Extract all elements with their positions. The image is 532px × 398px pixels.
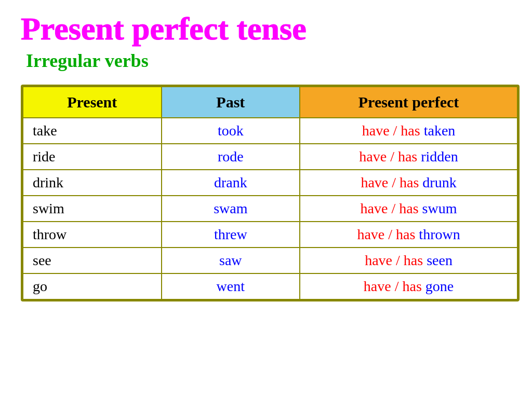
table-row: drinkdrankhave / has drunk [23,170,517,196]
cell-perfect-2: have / has drunk [300,170,517,196]
cell-past-3: swam [162,196,300,222]
verb-table: Present Past Present perfect taketookhav… [22,86,518,300]
cell-past-2: drank [162,170,300,196]
past-participle-1: ridden [421,148,458,164]
have-has-4: have / has [357,226,419,242]
table-row: taketookhave / has taken [23,118,517,144]
cell-present-2: drink [23,170,162,196]
page-container: Present perfect tense Irregular verbs Pr… [0,0,532,398]
table-row: swimswamhave / has swum [23,196,517,222]
have-has-1: have / has [359,148,421,164]
header-present: Present [23,87,162,118]
table-row: seesawhave / has seen [23,248,517,273]
cell-perfect-4: have / has thrown [300,222,517,248]
table-row: throwthrewhave / has thrown [23,222,517,248]
have-has-3: have / has [361,200,422,216]
cell-perfect-5: have / has seen [300,248,517,273]
cell-present-3: swim [23,196,162,222]
past-participle-4: thrown [419,226,460,242]
cell-perfect-0: have / has taken [300,118,517,144]
cell-perfect-3: have / has swum [300,196,517,222]
have-has-5: have / has [365,252,427,268]
cell-past-5: saw [162,248,300,273]
past-participle-0: taken [424,122,456,139]
have-has-0: have / has [362,122,424,139]
subtitle: Irregular verbs [26,50,511,72]
table-row: riderodehave / has ridden [23,144,517,170]
cell-present-0: take [23,118,162,144]
main-title: Present perfect tense [21,10,511,47]
cell-present-1: ride [23,144,162,170]
cell-perfect-6: have / has gone [300,273,517,299]
past-participle-3: swum [422,200,457,216]
cell-past-0: took [162,118,300,144]
past-participle-2: drunk [422,174,456,190]
cell-present-6: go [23,273,162,299]
cell-past-1: rode [162,144,300,170]
have-has-6: have / has [364,278,425,294]
table-wrapper: Present Past Present perfect taketookhav… [21,85,520,301]
cell-past-4: threw [162,222,300,248]
cell-present-5: see [23,248,162,273]
header-past: Past [162,87,300,118]
past-participle-6: gone [425,278,454,294]
table-row: gowenthave / has gone [23,273,517,299]
cell-present-4: throw [23,222,162,248]
cell-perfect-1: have / has ridden [300,144,517,170]
cell-past-6: went [162,273,300,299]
have-has-2: have / has [361,174,422,190]
past-participle-5: seen [427,252,453,268]
table-header-row: Present Past Present perfect [23,87,517,118]
header-perfect: Present perfect [300,87,517,118]
